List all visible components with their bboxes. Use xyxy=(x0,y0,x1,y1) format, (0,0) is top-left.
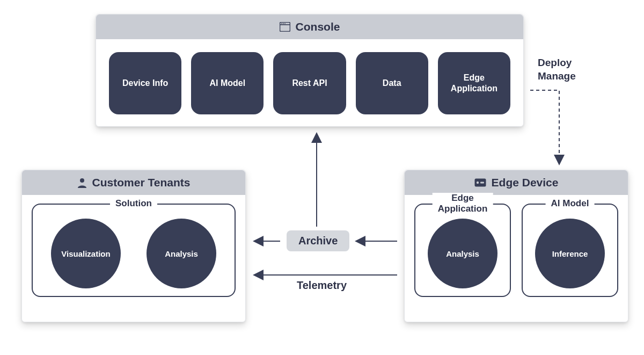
svg-rect-8 xyxy=(480,182,484,184)
edge-app-group: Edge Application Analysis xyxy=(414,204,511,297)
tile-rest-api-label: Rest API xyxy=(292,78,327,89)
edge-header: Edge Device xyxy=(405,170,628,195)
ai-model-group: AI Model Inference xyxy=(522,204,618,297)
edge-device-panel: Edge Device Edge Application Analysis AI… xyxy=(404,170,628,322)
deploy-manage-label: Deploy Manage xyxy=(538,56,576,83)
console-title: Console xyxy=(296,20,340,33)
circle-visualization-label: Visualization xyxy=(61,249,110,258)
solution-group-label: Solution xyxy=(110,198,157,209)
svg-point-7 xyxy=(476,182,478,184)
telemetry-label: Telemetry xyxy=(297,279,347,292)
tenants-body: Solution Visualization Analysis xyxy=(22,195,245,307)
circle-inference-label: Inference xyxy=(552,249,588,258)
tile-ai-model-label: AI Model xyxy=(209,78,245,89)
edge-title: Edge Device xyxy=(492,176,559,189)
svg-point-3 xyxy=(283,23,284,24)
ai-model-group-label: AI Model xyxy=(546,198,595,209)
tile-rest-api: Rest API xyxy=(273,52,346,114)
console-panel: Console Device Info AI Model Rest API Da… xyxy=(96,14,524,127)
edge-app-group-label: Edge Application xyxy=(433,193,493,214)
browser-window-icon xyxy=(280,22,290,32)
archive-label: Archive xyxy=(298,235,338,247)
tile-device-info: Device Info xyxy=(109,52,181,114)
diagram-stage: Console Device Info AI Model Rest API Da… xyxy=(0,0,644,355)
svg-point-5 xyxy=(80,178,84,183)
tile-data-label: Data xyxy=(383,78,401,89)
person-icon xyxy=(77,177,87,188)
circle-visualization: Visualization xyxy=(51,219,121,288)
tenants-title: Customer Tenants xyxy=(92,176,191,189)
svg-point-2 xyxy=(281,23,282,24)
console-body: Device Info AI Model Rest API Data Edge … xyxy=(96,39,523,126)
device-chip-icon xyxy=(474,178,486,187)
tile-data: Data xyxy=(356,52,428,114)
tenants-header: Customer Tenants xyxy=(22,170,245,195)
svg-point-4 xyxy=(284,23,286,24)
console-header: Console xyxy=(96,15,523,39)
circle-analysis-edge: Analysis xyxy=(428,219,497,288)
archive-node: Archive xyxy=(287,230,349,251)
customer-tenants-panel: Customer Tenants Solution Visualization … xyxy=(21,170,246,322)
solution-group: Solution Visualization Analysis xyxy=(32,204,236,297)
tile-edge-application: Edge Application xyxy=(438,52,510,114)
circle-analysis-edge-label: Analysis xyxy=(446,249,479,258)
circle-analysis-tenant: Analysis xyxy=(147,219,216,288)
circle-analysis-tenant-label: Analysis xyxy=(165,249,198,258)
tile-device-info-label: Device Info xyxy=(122,78,168,89)
tile-edge-app-label: Edge Application xyxy=(451,73,497,94)
tile-ai-model: AI Model xyxy=(191,52,264,114)
edge-body: Edge Application Analysis AI Model Infer… xyxy=(405,195,628,307)
circle-inference: Inference xyxy=(535,219,605,288)
arrow-deploy-manage xyxy=(530,90,559,163)
